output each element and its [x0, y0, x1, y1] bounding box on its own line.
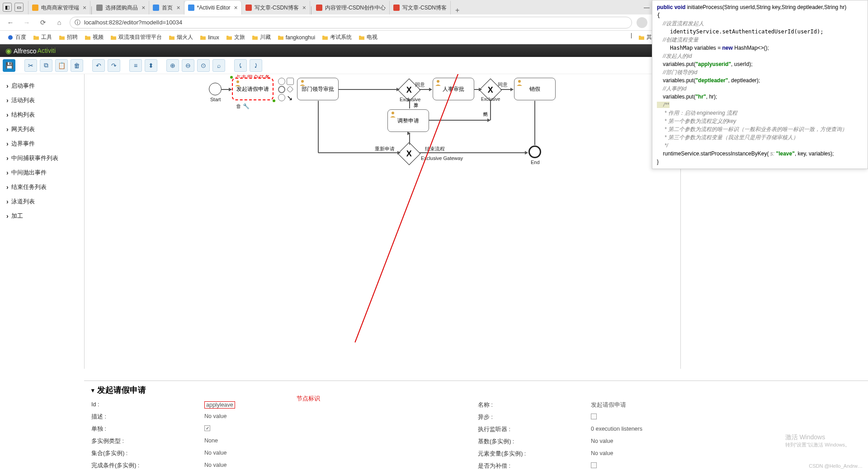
paste-button[interactable]: 📋 [55, 59, 68, 72]
browser-tab[interactable]: 写文章-CSDN博客× [242, 1, 310, 14]
bookmark-item[interactable]: 双流项目管理平台 [108, 32, 165, 42]
site-info-icon[interactable]: ⓘ [75, 19, 80, 27]
flow[interactable] [409, 133, 410, 145]
canvas-area[interactable]: 点击用户任务 Start 发起请假申请 [84, 74, 681, 369]
back-button[interactable]: ← [5, 17, 16, 28]
user-icon [299, 80, 306, 86]
tab-close-icon[interactable]: × [142, 4, 145, 11]
zoom-out-button[interactable]: ⊖ [182, 59, 194, 72]
bookmark-item[interactable]: 视频 [82, 32, 106, 42]
flow[interactable] [429, 120, 490, 121]
redo-button[interactable]: ↷ [108, 59, 120, 72]
flow[interactable] [500, 89, 513, 90]
cut-button[interactable]: ✂ [24, 59, 37, 72]
tab-close-icon[interactable]: × [234, 4, 238, 11]
user-icon [390, 111, 396, 118]
gw3-label: Exclusive Gateway [421, 155, 463, 161]
tab-overview-icon[interactable]: ▭ [14, 3, 24, 12]
folder-icon [226, 34, 232, 41]
flow[interactable] [474, 89, 481, 90]
address-bar: ← → ⟳ ⌂ ⓘ localhost:8282/editor?modelId=… [0, 14, 681, 31]
palette-group[interactable]: 网关列表 [6, 122, 78, 136]
zoom-in-button[interactable]: ⊕ [166, 59, 179, 72]
home-button[interactable]: ⌂ [53, 17, 65, 28]
flow[interactable] [339, 89, 399, 90]
flow[interactable] [419, 152, 528, 153]
palette-group[interactable]: 活动列表 [6, 93, 78, 108]
bookmark-item[interactable]: 工具 [30, 32, 55, 42]
bookmarks-bar: 百度 工具招聘视频双流项目管理平台烟火人linux文旅川藏fangkonghui… [0, 31, 681, 44]
app-icon[interactable]: ◧ [3, 3, 12, 12]
bend-add-button[interactable]: ⤹ [234, 59, 247, 72]
task-apply-leave[interactable]: 发起请假申请 [232, 78, 274, 100]
size-button[interactable]: ⬍ [145, 59, 157, 72]
flow[interactable] [419, 89, 432, 90]
minimize-button[interactable]: — [644, 4, 650, 11]
task-hr-approve[interactable]: 人事审批 [433, 78, 474, 100]
bookmark-item[interactable]: 文旅 [223, 32, 248, 42]
palette-group[interactable]: 中间捕获事件列表 [6, 151, 78, 165]
palette-group[interactable]: 结束任务列表 [6, 180, 78, 194]
palette-group[interactable]: 结构列表 [6, 108, 78, 122]
editor-toolbar: 💾 ✂ ⧉ 📋 🗑 ↶ ↷ ≡ ⬍ ⊕ ⊖ ⊙ ⌕ ⤹ ⤸ X [0, 57, 681, 74]
bookmark-item[interactable]: 烟火人 [166, 32, 196, 42]
end-event[interactable] [528, 146, 541, 158]
browser-tab[interactable]: *Activiti Editor× [184, 1, 242, 14]
user-icon [435, 80, 441, 86]
tab-close-icon[interactable]: × [83, 4, 86, 11]
task-adjust[interactable]: 调整申请 [387, 109, 429, 132]
folder-icon [110, 34, 117, 41]
folder-icon [33, 34, 39, 41]
svg-point-3 [437, 80, 439, 83]
folder-icon [638, 34, 645, 41]
new-tab-button[interactable]: + [451, 6, 464, 14]
task-cancel-leave[interactable]: 销假 [514, 78, 556, 100]
browser-tab[interactable]: 选择团购商品× [93, 1, 149, 14]
save-button[interactable]: 💾 [3, 59, 15, 72]
folder-icon [359, 34, 365, 41]
palette-group[interactable]: 中间抛出事件 [6, 165, 78, 180]
bookmark-item[interactable]: 川藏 [249, 32, 274, 42]
zoom-reset-button[interactable]: ⌕ [212, 59, 225, 72]
flow[interactable] [222, 89, 231, 90]
copy-button[interactable]: ⧉ [40, 59, 52, 72]
tab-close-icon[interactable]: × [302, 4, 306, 11]
flow[interactable] [318, 152, 400, 153]
bend-remove-button[interactable]: ⤸ [250, 59, 262, 72]
palette-group[interactable]: 边界事件 [6, 136, 78, 151]
zoom-fit-button[interactable]: ⊙ [197, 59, 210, 72]
forward-button: → [21, 17, 33, 28]
browser-tab[interactable]: 写文章-CSDN博客 [390, 1, 451, 14]
bookmark-item[interactable]: 电视 [356, 32, 380, 42]
refresh-button[interactable]: ⟳ [37, 17, 49, 28]
bookmark-item[interactable]: linux [197, 33, 222, 42]
flow[interactable] [409, 99, 410, 108]
start-event[interactable] [209, 83, 222, 95]
browser-tab[interactable]: 内容管理-CSDN创作中心 [312, 1, 390, 14]
palette-group[interactable]: 泳道列表 [6, 194, 78, 209]
bookmark-divider[interactable]: | [631, 32, 632, 42]
bookmark-item[interactable]: 考试系统 [319, 32, 354, 42]
task-dept-approve[interactable]: 部门领导审批 [297, 78, 339, 100]
folder-icon [85, 34, 91, 41]
user-icon [516, 80, 523, 86]
gateway-3[interactable]: X [398, 142, 421, 165]
tab-close-icon[interactable]: × [176, 4, 180, 11]
align-button[interactable]: ≡ [129, 59, 142, 72]
palette-group[interactable]: 加工 [6, 209, 78, 223]
profile-avatar[interactable] [637, 17, 647, 28]
browser-tab[interactable]: 首页× [149, 1, 184, 14]
browser-tab[interactable]: 电商商家管理端× [28, 1, 90, 14]
bookmark-item[interactable]: 招聘 [56, 32, 80, 42]
url-text: localhost:8282/editor?modelId=10034 [84, 19, 182, 26]
context-palette-right[interactable]: ↘ [278, 78, 294, 101]
url-input[interactable]: ⓘ localhost:8282/editor?modelId=10034 [70, 17, 632, 28]
delete-button[interactable]: 🗑 [71, 59, 83, 72]
context-palette-bottom[interactable]: 🗑 🔧 [236, 103, 250, 109]
bookmark-baidu[interactable]: 百度 [5, 32, 29, 42]
undo-button[interactable]: ↶ [92, 59, 105, 72]
folder-icon [278, 34, 284, 41]
palette-group[interactable]: 启动事件 [6, 79, 78, 93]
bookmark-item[interactable]: fangkonghui [275, 33, 318, 42]
tab-strip: 电商商家管理端×选择团购商品×首页×*Activiti Editor×写文章-C… [28, 0, 638, 14]
